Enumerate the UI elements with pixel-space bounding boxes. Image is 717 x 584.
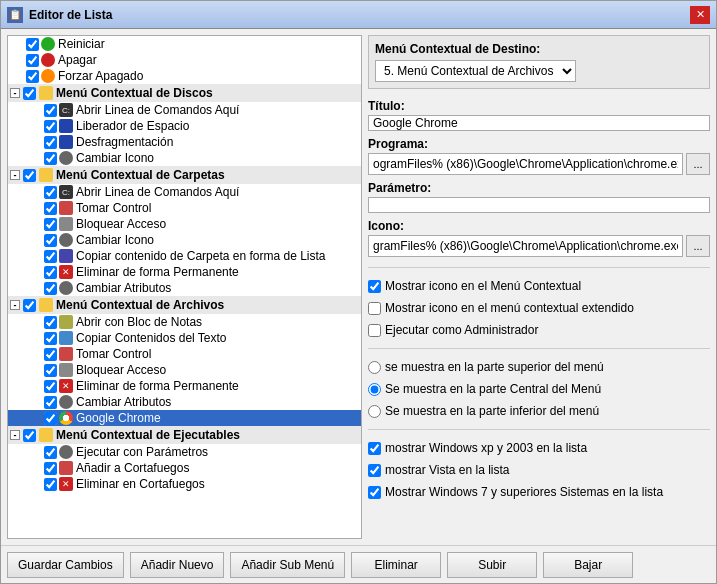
tree-panel[interactable]: Reiniciar Apagar Forzar Apagado - Menú C… [7, 35, 362, 539]
anadir-sub-button[interactable]: Añadir Sub Menú [230, 552, 345, 578]
item-checkbox[interactable] [44, 120, 57, 133]
section-checkbox[interactable] [23, 169, 36, 182]
item-checkbox[interactable] [44, 282, 57, 295]
item-checkbox[interactable] [44, 478, 57, 491]
win7-checkbox[interactable] [368, 486, 381, 499]
programa-input[interactable] [368, 153, 683, 175]
titulo-input[interactable] [368, 115, 710, 131]
list-item[interactable]: Abrir con Bloc de Notas [8, 314, 361, 330]
section-archivos[interactable]: - Menú Contextual de Archivos [8, 296, 361, 314]
titlebar-left: 📋 Editor de Lista [7, 7, 112, 23]
item-icon [59, 347, 73, 361]
item-checkbox[interactable] [44, 364, 57, 377]
radio-superior-input[interactable] [368, 361, 381, 374]
icono-browse-button[interactable]: ... [686, 235, 710, 257]
list-item[interactable]: Añadir a Cortafuegos [8, 460, 361, 476]
winxp-checkbox[interactable] [368, 442, 381, 455]
list-item[interactable]: Forzar Apagado [8, 68, 361, 84]
chrome-icon [59, 411, 73, 425]
destination-select[interactable]: 5. Menú Contextual de Archivos [375, 60, 576, 82]
item-checkbox[interactable] [44, 234, 57, 247]
parametro-input[interactable] [368, 197, 710, 213]
programa-label: Programa: [368, 137, 710, 151]
item-checkbox[interactable] [44, 396, 57, 409]
separator3 [368, 429, 710, 430]
separator2 [368, 348, 710, 349]
mostrar-ext-checkbox[interactable] [368, 302, 381, 315]
bajar-button[interactable]: Bajar [543, 552, 633, 578]
list-item[interactable]: ✕ Eliminar en Cortafuegos [8, 476, 361, 492]
list-item[interactable]: ✕ Eliminar de forma Permanente [8, 264, 361, 280]
item-icon: ✕ [59, 477, 73, 491]
list-item[interactable]: Cambiar Atributos [8, 280, 361, 296]
guardar-button[interactable]: Guardar Cambios [7, 552, 124, 578]
icono-label: Icono: [368, 219, 710, 233]
section-carpetas[interactable]: - Menú Contextual de Carpetas [8, 166, 361, 184]
list-item[interactable]: C: Abrir Linea de Comandos Aquí [8, 102, 361, 118]
list-item[interactable]: Cambiar Icono [8, 232, 361, 248]
list-item[interactable]: Reiniciar [8, 36, 361, 52]
section-label: Menú Contextual de Ejecutables [56, 428, 240, 442]
app-icon: 📋 [7, 7, 23, 23]
item-checkbox[interactable] [44, 202, 57, 215]
icono-group: Icono: ... [368, 219, 710, 257]
list-item[interactable]: Copiar Contenidos del Texto [8, 330, 361, 346]
programa-browse-button[interactable]: ... [686, 153, 710, 175]
list-item[interactable]: C: Abrir Linea de Comandos Aquí [8, 184, 361, 200]
list-item[interactable]: Bloquear Acceso [8, 216, 361, 232]
item-checkbox[interactable] [44, 380, 57, 393]
item-checkbox[interactable] [44, 136, 57, 149]
item-checkbox[interactable] [44, 250, 57, 263]
item-label: Copiar Contenidos del Texto [76, 331, 227, 345]
list-item[interactable]: Desfragmentación [8, 134, 361, 150]
list-item[interactable]: Tomar Control [8, 346, 361, 362]
list-item-selected[interactable]: Google Chrome [8, 410, 361, 426]
radio-inferior-input[interactable] [368, 405, 381, 418]
forzar-icon [41, 69, 55, 83]
item-checkbox[interactable] [44, 316, 57, 329]
item-label: Eliminar de forma Permanente [76, 265, 239, 279]
item-checkbox[interactable] [44, 186, 57, 199]
list-item[interactable]: Apagar [8, 52, 361, 68]
item-checkbox[interactable] [44, 104, 57, 117]
list-item[interactable]: Cambiar Icono [8, 150, 361, 166]
section-ejecutables[interactable]: - Menú Contextual de Ejecutables [8, 426, 361, 444]
ejecutar-admin-checkbox[interactable] [368, 324, 381, 337]
item-checkbox[interactable] [44, 462, 57, 475]
mostrar-icono-checkbox[interactable] [368, 280, 381, 293]
item-checkbox[interactable] [26, 38, 39, 51]
list-item[interactable]: Copiar contenido de Carpeta en forma de … [8, 248, 361, 264]
item-label: Google Chrome [76, 411, 161, 425]
section-checkbox[interactable] [23, 429, 36, 442]
item-checkbox[interactable] [44, 446, 57, 459]
item-icon [59, 201, 73, 215]
eliminar-button[interactable]: Eliminar [351, 552, 441, 578]
list-item[interactable]: Ejecutar con Parámetros [8, 444, 361, 460]
item-checkbox[interactable] [44, 332, 57, 345]
list-item[interactable]: Liberador de Espacio [8, 118, 361, 134]
item-checkbox[interactable] [44, 266, 57, 279]
anadir-button[interactable]: Añadir Nuevo [130, 552, 225, 578]
vista-checkbox[interactable] [368, 464, 381, 477]
section-checkbox[interactable] [23, 87, 36, 100]
list-item[interactable]: Cambiar Atributos [8, 394, 361, 410]
section-checkbox[interactable] [23, 299, 36, 312]
icono-input[interactable] [368, 235, 683, 257]
cmd-icon: C: [59, 185, 73, 199]
expand-icon: - [10, 170, 20, 180]
item-checkbox[interactable] [44, 152, 57, 165]
item-checkbox[interactable] [26, 54, 39, 67]
list-item[interactable]: ✕ Eliminar de forma Permanente [8, 378, 361, 394]
section-discos[interactable]: - Menú Contextual de Discos [8, 84, 361, 102]
item-checkbox[interactable] [26, 70, 39, 83]
item-icon [59, 281, 73, 295]
item-label: Tomar Control [76, 347, 151, 361]
item-checkbox[interactable] [44, 412, 57, 425]
subir-button[interactable]: Subir [447, 552, 537, 578]
close-button[interactable]: ✕ [690, 6, 710, 24]
item-checkbox[interactable] [44, 348, 57, 361]
radio-central-input[interactable] [368, 383, 381, 396]
list-item[interactable]: Bloquear Acceso [8, 362, 361, 378]
item-checkbox[interactable] [44, 218, 57, 231]
list-item[interactable]: Tomar Control [8, 200, 361, 216]
